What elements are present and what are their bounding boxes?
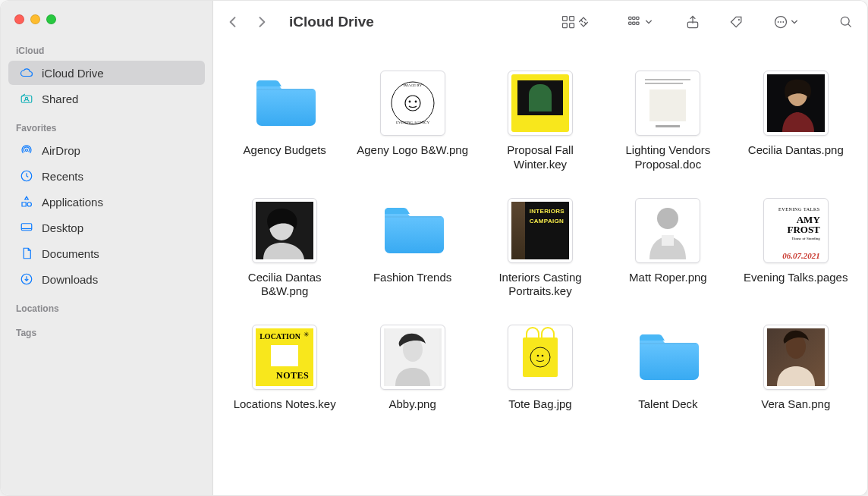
sidebar-item-label: Recents — [42, 170, 83, 183]
close-button[interactable] — [14, 14, 24, 24]
sidebar-item-downloads[interactable]: Downloads — [8, 267, 205, 291]
file-label: Cecilia Dantas B&W.png — [228, 271, 341, 300]
svg-point-24 — [405, 96, 420, 111]
tags-button[interactable] — [729, 14, 744, 30]
window-title: iCloud Drive — [289, 14, 374, 30]
desktop-icon — [19, 220, 34, 235]
file-label: Ageny Logo B&W.png — [357, 143, 468, 158]
file-item[interactable]: Agency Budgets — [227, 71, 342, 172]
share-button[interactable] — [685, 14, 700, 30]
sidebar-item-shared[interactable]: Shared — [8, 86, 205, 111]
file-label: Vera San.png — [761, 397, 830, 412]
group-by-button[interactable] — [627, 14, 653, 30]
file-item[interactable]: Abby.png — [355, 325, 470, 412]
file-label: Talent Deck — [638, 397, 697, 412]
sidebar-section-favorites[interactable]: Favorites — [1, 112, 212, 137]
file-item[interactable]: LOCATION✳NOTESLocations Notes.key — [227, 325, 342, 412]
minimize-button[interactable] — [30, 14, 40, 24]
svg-text:EVENING AGENCY: EVENING AGENCY — [396, 121, 429, 124]
shared-icon — [19, 91, 34, 106]
svg-point-20 — [780, 21, 782, 23]
svg-point-38 — [537, 355, 539, 357]
document-icon — [19, 246, 34, 261]
svg-rect-7 — [570, 17, 574, 21]
svg-rect-9 — [570, 24, 574, 28]
clock-icon — [19, 168, 34, 184]
svg-point-26 — [414, 101, 417, 103]
svg-rect-14 — [633, 22, 635, 24]
search-button[interactable] — [838, 14, 854, 30]
file-label: Agency Budgets — [244, 143, 326, 158]
cloud-icon — [19, 65, 34, 80]
file-label: Proposal Fall Winter.key — [483, 143, 597, 172]
svg-point-39 — [542, 355, 544, 357]
file-grid: Agency BudgetsIMAGE BYEVENING AGENCYAgen… — [213, 43, 867, 495]
file-item[interactable]: Lighting Vendors Proposal.doc — [610, 71, 725, 172]
svg-point-19 — [778, 21, 779, 23]
sidebar-item-label: Documents — [42, 247, 99, 260]
maximize-button[interactable] — [46, 14, 56, 24]
sidebar-section-locations[interactable]: Locations — [1, 293, 212, 317]
svg-rect-10 — [629, 17, 631, 19]
svg-rect-6 — [563, 17, 568, 21]
window-controls — [1, 1, 212, 35]
file-item[interactable]: IMAGE BYEVENING AGENCYAgeny Logo B&W.png — [355, 71, 470, 172]
sidebar-item-label: iCloud Drive — [42, 67, 104, 80]
sidebar-item-label: Applications — [42, 196, 103, 209]
apps-icon — [19, 194, 34, 209]
svg-rect-4 — [21, 224, 32, 231]
action-menu-button[interactable] — [773, 14, 799, 30]
finder-window: iCloudiCloud DriveSharedFavoritesAirDrop… — [0, 0, 868, 496]
file-item[interactable]: Fashion Trends — [355, 198, 470, 300]
svg-point-23 — [392, 82, 434, 124]
view-as-icons-button[interactable] — [561, 14, 588, 30]
file-label: Interiors Casting Portraits.key — [483, 271, 597, 300]
svg-point-2 — [26, 149, 28, 152]
file-label: Matt Roper.png — [629, 271, 707, 285]
svg-point-25 — [408, 101, 410, 103]
file-label: Cecilia Dantas.png — [748, 143, 844, 158]
file-item[interactable]: EVENING TALKSAMYFROSTHouse of Standing06… — [738, 198, 854, 300]
file-label: Abby.png — [388, 397, 436, 412]
svg-rect-11 — [633, 17, 635, 19]
file-item[interactable]: Cecilia Dantas B&W.png — [227, 198, 342, 300]
file-item[interactable]: Vera San.png — [738, 325, 854, 412]
file-item[interactable]: INTERIORSCAMPAIGNInteriors Casting Portr… — [483, 198, 598, 300]
file-item[interactable]: Matt Roper.png — [610, 198, 725, 300]
sidebar-item-label: Desktop — [42, 221, 83, 234]
file-item[interactable]: Talent Deck — [610, 325, 725, 412]
file-item[interactable]: Tote Bag.jpg — [483, 325, 598, 412]
file-item[interactable]: Cecilia Dantas.png — [738, 71, 854, 172]
svg-point-17 — [738, 19, 740, 20]
svg-point-22 — [841, 17, 849, 25]
back-button[interactable] — [222, 11, 244, 33]
sidebar-item-label: Shared — [42, 93, 78, 105]
toolbar: iCloud Drive — [213, 1, 867, 43]
file-label: Fashion Trends — [373, 271, 451, 285]
file-label: Locations Notes.key — [234, 397, 336, 412]
svg-rect-34 — [662, 235, 674, 246]
file-label: Lighting Vendors Proposal.doc — [611, 143, 725, 172]
sidebar-item-label: AirDrop — [42, 144, 80, 157]
sidebar-item-icloud-drive[interactable]: iCloud Drive — [8, 61, 205, 85]
file-item[interactable]: Proposal Fall Winter.key — [483, 71, 598, 172]
download-icon — [19, 272, 34, 287]
main-pane: iCloud Drive Ag — [213, 1, 867, 495]
svg-rect-12 — [637, 17, 639, 19]
sidebar-section-tags[interactable]: Tags — [1, 317, 212, 341]
sidebar-item-documents[interactable]: Documents — [8, 241, 205, 265]
sidebar-section-icloud[interactable]: iCloud — [1, 35, 212, 59]
sidebar-item-applications[interactable]: Applications — [8, 190, 205, 214]
sidebar-item-airdrop[interactable]: AirDrop — [8, 138, 205, 162]
airdrop-icon — [19, 143, 34, 158]
svg-point-21 — [782, 21, 784, 23]
svg-point-33 — [657, 208, 678, 229]
sidebar-item-label: Downloads — [42, 273, 98, 286]
forward-button[interactable] — [251, 11, 272, 33]
svg-rect-15 — [637, 22, 639, 24]
sidebar-item-recents[interactable]: Recents — [8, 164, 205, 188]
svg-point-37 — [530, 347, 550, 367]
sidebar: iCloudiCloud DriveSharedFavoritesAirDrop… — [1, 1, 213, 495]
sidebar-item-desktop[interactable]: Desktop — [8, 215, 205, 240]
file-label: Evening Talks.pages — [744, 271, 848, 285]
